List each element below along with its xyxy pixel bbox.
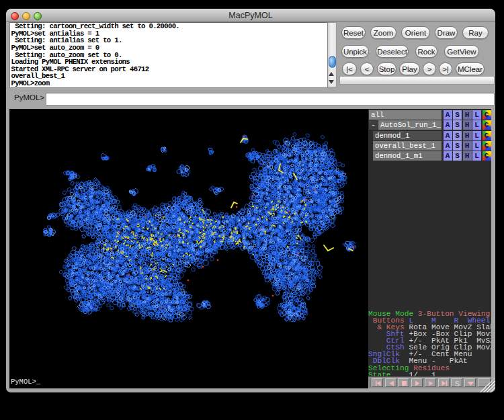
svg-text:S: S (455, 380, 460, 388)
